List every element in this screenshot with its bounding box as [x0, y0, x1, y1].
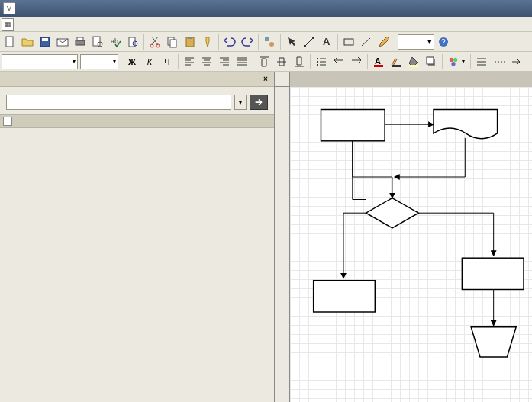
separator	[143, 34, 144, 50]
separator	[367, 54, 368, 69]
fill-color-button[interactable]	[405, 53, 422, 70]
process-shape[interactable]	[321, 110, 385, 141]
svg-rect-2	[42, 38, 48, 41]
format-painter-button[interactable]	[199, 34, 216, 50]
font-combo[interactable]: ▾	[2, 54, 78, 69]
theme-dropdown[interactable]: ▾	[445, 56, 468, 67]
print-button[interactable]	[72, 34, 89, 50]
svg-rect-29	[374, 65, 383, 67]
ruler-top-row	[275, 72, 532, 87]
underline-button[interactable]: Ч	[159, 53, 176, 70]
system-menu-icon[interactable]: ▦	[2, 18, 14, 31]
mail-button[interactable]	[54, 34, 71, 50]
menubar: ▦	[0, 17, 532, 32]
zoom-combo[interactable]: ▾	[398, 34, 434, 50]
theme-icon	[448, 56, 459, 67]
align-right-button[interactable]	[216, 53, 233, 70]
search-label	[0, 87, 274, 93]
drawing-canvas[interactable]	[290, 87, 532, 402]
main-area: × ▾	[0, 72, 532, 402]
svg-rect-6	[93, 37, 100, 46]
search-go-button[interactable]	[250, 95, 268, 110]
svg-rect-30	[392, 65, 401, 67]
svg-rect-14	[170, 40, 176, 47]
document-shape[interactable]	[434, 110, 498, 139]
close-panel-button[interactable]: ×	[260, 74, 271, 85]
process-shape-2[interactable]	[314, 281, 376, 312]
paste-button[interactable]	[182, 34, 198, 50]
svg-rect-22	[344, 39, 353, 45]
separator	[121, 54, 121, 69]
align-middle-button[interactable]	[273, 53, 290, 70]
line-style-button[interactable]	[473, 53, 490, 70]
line-tool-button[interactable]	[358, 34, 375, 50]
align-top-button[interactable]	[256, 53, 272, 70]
separator	[258, 34, 259, 50]
process-shape-3[interactable]	[462, 258, 524, 289]
svg-rect-19	[304, 45, 306, 47]
svg-text:A: A	[375, 56, 381, 66]
svg-point-25	[317, 58, 318, 59]
pencil-tool-button[interactable]	[376, 34, 392, 50]
ruler-corner	[275, 72, 290, 87]
stencil-icon	[3, 117, 12, 126]
svg-text:ab: ab	[111, 37, 118, 45]
cut-button[interactable]	[147, 34, 163, 50]
bullets-button[interactable]	[313, 53, 330, 70]
separator	[280, 34, 281, 50]
svg-point-36	[451, 62, 455, 66]
line-ends-button[interactable]	[508, 53, 525, 70]
separator	[470, 54, 471, 69]
shapes-panel: × ▾	[0, 72, 275, 402]
dash-style-button[interactable]	[491, 53, 508, 70]
align-justify-button[interactable]	[234, 53, 250, 70]
shapes-button[interactable]	[261, 34, 278, 50]
search-dropdown[interactable]: ▾	[234, 95, 247, 110]
spellcheck-button[interactable]: ab	[107, 34, 124, 50]
app-icon: V	[3, 2, 15, 14]
rectangle-tool-button[interactable]	[340, 34, 357, 50]
vertical-ruler[interactable]	[275, 87, 290, 402]
new-button[interactable]	[2, 34, 18, 50]
redo-button[interactable]	[239, 34, 256, 50]
copy-button[interactable]	[164, 34, 181, 50]
connector-tool-button[interactable]	[301, 34, 318, 50]
canvas-area	[275, 72, 532, 402]
svg-rect-0	[6, 37, 13, 47]
line-color-button[interactable]	[388, 53, 405, 70]
decrease-indent-button[interactable]	[330, 53, 347, 70]
standard-toolbar: ab A ▾ ?	[0, 32, 532, 52]
align-center-button[interactable]	[198, 53, 215, 70]
formatting-toolbar: ▾ ▾ Ж К Ч A ▾	[0, 52, 532, 72]
separator	[178, 54, 179, 69]
separator	[337, 34, 338, 50]
manual-operation-shape[interactable]	[471, 327, 516, 357]
align-left-button[interactable]	[181, 53, 198, 70]
align-bottom-button[interactable]	[291, 53, 308, 70]
text-tool-button[interactable]: A	[318, 34, 335, 50]
decision-shape[interactable]	[366, 198, 419, 228]
italic-button[interactable]: К	[141, 53, 158, 70]
save-button[interactable]	[37, 34, 53, 50]
increase-indent-button[interactable]	[348, 53, 365, 70]
bold-button[interactable]: Ж	[124, 53, 140, 70]
help-button[interactable]: ?	[435, 34, 452, 50]
print-preview-button[interactable]	[89, 34, 106, 50]
titlebar: V	[0, 0, 532, 17]
canvas-body	[275, 87, 532, 402]
svg-point-34	[450, 57, 453, 61]
fontsize-combo[interactable]: ▾	[80, 54, 118, 69]
pointer-tool-button[interactable]	[283, 34, 300, 50]
svg-rect-5	[77, 37, 83, 40]
shadow-button[interactable]	[423, 53, 440, 70]
svg-rect-20	[312, 37, 314, 39]
research-button[interactable]	[124, 34, 141, 50]
undo-button[interactable]	[221, 34, 238, 50]
stencil-header[interactable]	[0, 114, 274, 128]
separator	[395, 34, 395, 50]
svg-text:?: ?	[441, 38, 446, 47]
svg-rect-17	[265, 37, 269, 41]
open-button[interactable]	[19, 34, 36, 50]
shape-search-input[interactable]	[6, 95, 231, 110]
font-color-button[interactable]: A	[370, 53, 387, 70]
